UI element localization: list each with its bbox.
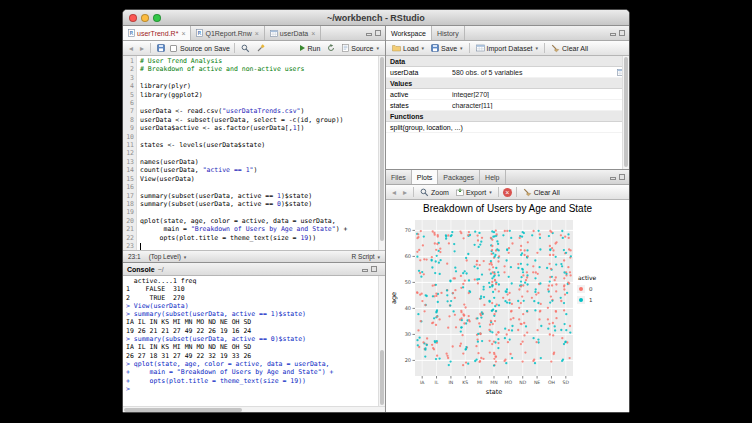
line-number: 19	[123, 208, 134, 216]
maximize-window-button[interactable]	[153, 14, 161, 22]
minimize-pane-icon[interactable]	[610, 33, 616, 36]
plots-tab-help[interactable]: Help	[480, 170, 505, 184]
open-folder-icon	[392, 44, 401, 52]
maximize-pane-icon[interactable]	[371, 266, 377, 272]
data-grid-icon	[270, 30, 278, 37]
workspace-object-active[interactable]: activeinteger[270]	[386, 89, 629, 100]
close-tab-icon[interactable]: ×	[181, 30, 185, 37]
workspace-vertical-scrollbar[interactable]	[622, 56, 629, 169]
close-window-button[interactable]	[129, 14, 137, 22]
line-number-gutter: 1234567891011121314151617181920212223	[123, 56, 137, 250]
code-line[interactable]	[140, 149, 385, 157]
svg-text:SD: SD	[562, 380, 569, 385]
dropdown-icon: ▾	[377, 254, 380, 260]
code-line[interactable]: library(ggplot2)	[140, 91, 385, 99]
document-type-selector[interactable]: R Script ▾	[352, 253, 380, 260]
code-line[interactable]: names(userData)	[140, 158, 385, 166]
workspace-object-states[interactable]: statescharacter[11]	[386, 100, 629, 111]
source-tab-usertrend-r[interactable]: RuserTrend.R*×	[123, 26, 191, 40]
code-line[interactable]	[140, 242, 385, 250]
dropdown-icon: ▾	[489, 189, 492, 195]
clear-workspace-button[interactable]: Clear All	[549, 42, 590, 54]
code-line[interactable]: qplot(state, age, color = active, data =…	[140, 217, 385, 225]
source-button[interactable]: Source▾	[340, 42, 381, 54]
console-output[interactable]: active....1 freq1 FALSE 3102 TRUE 270> V…	[123, 276, 385, 406]
console-vertical-scrollbar[interactable]	[378, 276, 385, 406]
plots-tab-files[interactable]: Files	[386, 170, 412, 184]
find-replace-icon[interactable]	[239, 42, 252, 54]
export-plot-button[interactable]: Export▾	[454, 186, 494, 198]
maximize-pane-icon[interactable]	[375, 30, 381, 36]
save-button[interactable]	[155, 42, 167, 54]
code-line[interactable]: userData$active <- as.factor(userData[,1…	[140, 124, 385, 132]
plot-title: Breakdown of Users by Age and State	[386, 200, 629, 216]
zoom-plot-button[interactable]: Zoom	[418, 186, 451, 198]
code-line[interactable]	[140, 183, 385, 191]
code-editor[interactable]: 1234567891011121314151617181920212223 # …	[123, 56, 385, 250]
next-plot-button[interactable]: ▸	[401, 186, 409, 198]
save-workspace-button[interactable]: Save▾	[429, 42, 464, 54]
code-line[interactable]	[140, 74, 385, 82]
code-line[interactable]: library(plyr)	[140, 82, 385, 90]
code-line[interactable]: # Breakdown of active and non-active use…	[140, 65, 385, 73]
source-on-save-checkbox[interactable]	[170, 45, 177, 52]
workspace-section-functions: Functions	[386, 111, 629, 122]
svg-text:1: 1	[589, 297, 593, 303]
previous-plot-button[interactable]: ◂	[390, 186, 398, 198]
remove-plot-button[interactable]: ×	[503, 188, 512, 197]
maximize-pane-icon[interactable]	[619, 30, 625, 36]
object-name: split(group, location, ...)	[390, 124, 463, 131]
svg-text:NE: NE	[533, 380, 539, 385]
code-line[interactable]: main = "Breakdown of Users by Age and St…	[140, 225, 385, 233]
plots-tab-packages[interactable]: Packages	[438, 170, 480, 184]
code-line[interactable]	[140, 99, 385, 107]
object-name: states	[390, 102, 448, 109]
source-tab-userdata[interactable]: userData×	[265, 26, 322, 40]
close-tab-icon[interactable]: ×	[255, 30, 259, 37]
code-line[interactable]: summary(subset(userData, active == 0)$st…	[140, 200, 385, 208]
code-area[interactable]: # User Trend Analysis# Breakdown of acti…	[137, 56, 385, 250]
editor-vertical-scrollbar[interactable]	[378, 56, 385, 250]
console-line: 26 27 18 31 27 49 22 32 19 33 26	[126, 352, 382, 360]
console-horizontal-scrollbar[interactable]	[123, 406, 385, 413]
nav-forward-button[interactable]: ▸	[138, 42, 146, 54]
maximize-pane-icon[interactable]	[619, 174, 625, 180]
code-line[interactable]: summary(subset(userData, active == 1)$st…	[140, 192, 385, 200]
line-number: 8	[123, 116, 134, 124]
run-button[interactable]: Run	[298, 42, 322, 54]
code-line[interactable]: states <- levels(userData$state)	[140, 141, 385, 149]
code-line[interactable]: count(userData, "active == 1")	[140, 166, 385, 174]
code-line[interactable]: View(userData)	[140, 175, 385, 183]
code-line[interactable]: userData <- subset(userData, select = -c…	[140, 116, 385, 124]
console-line: + opts(plot.title = theme_text(size = 19…	[126, 377, 382, 385]
import-dataset-button[interactable]: Import Dataset▾	[474, 42, 540, 54]
minimize-pane-icon[interactable]	[362, 269, 368, 272]
broom-icon	[551, 44, 560, 53]
window-titlebar[interactable]: ~/workbench - RStudio	[123, 10, 629, 26]
code-line[interactable]: opts(plot.title = theme_text(size = 19))	[140, 234, 385, 242]
workspace-object-split-group-location[interactable]: split(group, location, ...)	[386, 122, 629, 133]
source-tab-q1report-rnw[interactable]: RQ1Report.Rnw×	[191, 26, 264, 40]
minimize-window-button[interactable]	[141, 14, 149, 22]
close-tab-icon[interactable]: ×	[311, 30, 315, 37]
code-line[interactable]: userData <- read.csv("userDataTrends.csv…	[140, 107, 385, 115]
scope-indicator[interactable]: (Top Level) ▾	[149, 253, 186, 260]
minimize-pane-icon[interactable]	[366, 33, 372, 36]
code-line[interactable]	[140, 133, 385, 141]
workspace-tab-workspace[interactable]: Workspace	[386, 26, 432, 40]
plots-tab-plots[interactable]: Plots	[412, 170, 439, 184]
workspace-tab-bar: WorkspaceHistory	[386, 26, 629, 41]
load-workspace-button[interactable]: Load▾	[390, 42, 426, 54]
svg-text:70: 70	[404, 227, 410, 233]
code-line[interactable]: # User Trend Analysis	[140, 57, 385, 65]
code-line[interactable]	[140, 208, 385, 216]
minimize-pane-icon[interactable]	[610, 177, 616, 180]
workspace-object-userdata[interactable]: userData580 obs. of 5 variables	[386, 67, 629, 78]
console-working-directory[interactable]: ~/	[158, 266, 164, 273]
rerun-button[interactable]	[325, 42, 337, 54]
workspace-tab-history[interactable]: History	[432, 26, 465, 40]
clear-all-plots-button[interactable]: Clear All	[521, 186, 562, 198]
table-icon	[476, 44, 485, 52]
nav-back-button[interactable]: ◂	[127, 42, 135, 54]
code-tools-icon[interactable]	[255, 42, 267, 54]
